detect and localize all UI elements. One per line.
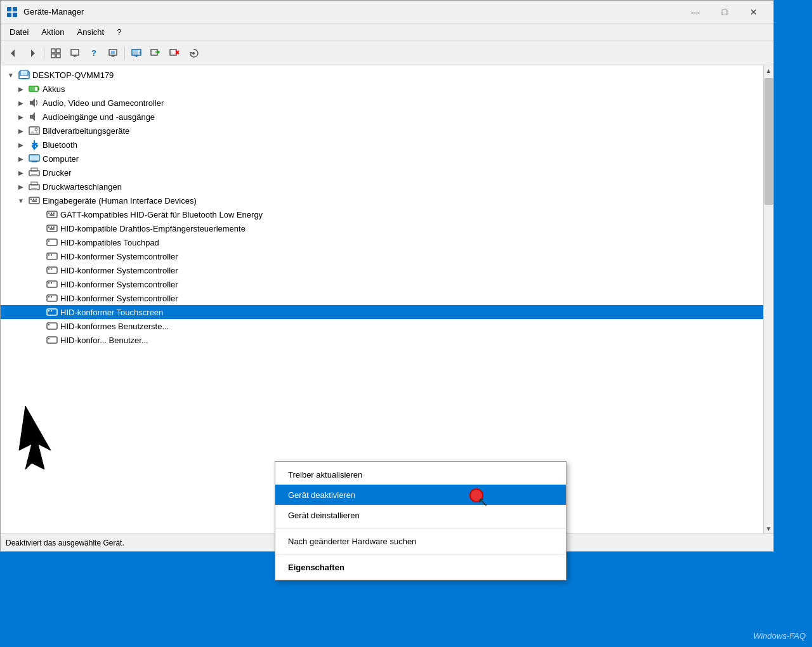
akkus-icon	[28, 82, 41, 95]
minimize-button[interactable]: —	[681, 1, 710, 23]
toolbar-btn-4[interactable]	[66, 45, 84, 62]
context-item-hardware-suchen[interactable]: Nach geänderter Hardware suchen	[275, 531, 566, 551]
menu-ansicht[interactable]: Ansicht	[71, 25, 111, 39]
svg-rect-20	[133, 50, 138, 55]
svg-rect-3	[13, 13, 17, 17]
svg-rect-79	[48, 310, 49, 311]
tree-item-computer[interactable]: ▶ Computer	[1, 152, 763, 166]
bluetooth-label: Bluetooth	[43, 140, 77, 150]
hid-sys1-label: HID-konformer Systemcontroller	[60, 252, 178, 261]
tree-item-hid-benutzer1[interactable]: HID-konformes Benutzerste...	[1, 319, 763, 333]
vertical-scrollbar[interactable]: ▲ ▼	[763, 65, 773, 533]
tree-item-hid-sys4[interactable]: HID-konformer Systemcontroller	[1, 291, 763, 305]
eingabe-expander[interactable]: ▼	[16, 195, 26, 206]
svg-point-28	[192, 52, 195, 55]
context-item-treiber[interactable]: Treiber aktualisieren	[275, 464, 566, 485]
svg-rect-1	[13, 7, 17, 11]
forward-button[interactable]	[23, 45, 41, 62]
toolbar-sep-2	[124, 47, 125, 60]
hid-sys4-label: HID-konformer Systemcontroller	[60, 294, 178, 303]
context-sep-1	[275, 528, 566, 528]
svg-marker-5	[31, 49, 35, 57]
hid-sys4-icon	[46, 292, 58, 304]
titlebar: Geräte-Manager — □ ✕	[1, 1, 773, 23]
svg-rect-45	[31, 174, 37, 176]
context-menu: Treiber aktualisieren Gerät deaktivieren…	[275, 461, 566, 580]
bluetooth-expander[interactable]: ▶	[16, 140, 26, 150]
svg-rect-16	[111, 51, 115, 54]
svg-rect-51	[33, 199, 34, 200]
context-item-deinstallieren[interactable]: Gerät deinstallieren	[275, 505, 566, 525]
toolbar-btn-help[interactable]: ?	[85, 45, 103, 62]
tree-root[interactable]: ▼ DESKTOP-QVMM179	[1, 68, 763, 82]
svg-rect-67	[48, 254, 49, 256]
close-button[interactable]: ✕	[739, 1, 768, 23]
svg-rect-33	[38, 88, 39, 90]
svg-rect-72	[47, 281, 57, 287]
toolbar-btn-add[interactable]	[147, 45, 164, 62]
context-item-eigenschaften[interactable]: Eigenschaften	[275, 557, 566, 577]
tree-item-drucker[interactable]: ▶ Drucker	[1, 166, 763, 180]
svg-rect-65	[48, 240, 49, 242]
tree-item-akkus[interactable]: ▶ Akkus	[1, 82, 763, 96]
drucker-icon	[28, 166, 41, 179]
tree-item-hid-sys3[interactable]: HID-konformer Systemcontroller	[1, 277, 763, 291]
toolbar-btn-3[interactable]	[47, 45, 65, 62]
svg-rect-57	[53, 212, 55, 214]
druckwarte-expander[interactable]: ▶	[16, 181, 26, 192]
audioin-icon	[28, 110, 41, 123]
tree-item-bluetooth[interactable]: ▶ Bluetooth	[1, 138, 763, 152]
tree-item-hid-touchscreen[interactable]: HID-konformer Touchscreen	[1, 305, 763, 319]
akkus-expander[interactable]: ▶	[16, 84, 26, 94]
arrow-annotation	[13, 400, 76, 463]
menu-aktion[interactable]: Aktion	[35, 25, 70, 39]
akkus-label: Akkus	[43, 84, 65, 94]
svg-rect-70	[48, 268, 49, 270]
scroll-up-arrow[interactable]: ▲	[764, 65, 774, 75]
svg-marker-36	[30, 112, 35, 121]
svg-rect-34	[30, 87, 35, 91]
scroll-thumb[interactable]	[764, 78, 773, 205]
menubar: Datei Aktion Ansicht ?	[1, 23, 773, 41]
eingabe-label: Eingabegeräte (Human Interface Devices)	[43, 196, 197, 206]
tree-item-hid-sys2[interactable]: HID-konformer Systemcontroller	[1, 263, 763, 277]
svg-rect-7	[56, 49, 60, 53]
tree-item-druckwarte[interactable]: ▶ Druckwarteschlangen	[1, 180, 763, 193]
druckwarte-label: Druckwarteschlangen	[43, 182, 122, 192]
audioin-expander[interactable]: ▶	[16, 112, 26, 122]
tree-item-eingabe[interactable]: ▼ Eingabegeräte (Human Interface Devices…	[1, 193, 763, 207]
tree-item-hid-sys1[interactable]: HID-konformer Systemcontroller	[1, 249, 763, 263]
root-expander[interactable]: ▼	[6, 70, 16, 80]
bildver-expander[interactable]: ▶	[16, 126, 26, 136]
tree-item-hid-gatt[interactable]: GATT-kompatibles HID-Gerät für Bluetooth…	[1, 207, 763, 221]
status-text: Deaktiviert das ausgewählte Gerät.	[6, 539, 124, 547]
toolbar-btn-remove[interactable]	[166, 45, 183, 62]
audio-expander[interactable]: ▶	[16, 98, 26, 108]
hid-sys3-label: HID-konformer Systemcontroller	[60, 280, 178, 289]
bildver-label: Bildverarbeitungsgeräte	[43, 126, 129, 136]
context-item-deaktivieren[interactable]: Gerät deaktivieren	[275, 485, 566, 505]
tree-item-bildver[interactable]: ▶ Bildverarbeitungsgeräte	[1, 124, 763, 138]
drucker-expander[interactable]: ▶	[16, 167, 26, 178]
tree-item-hid-benutzer2[interactable]: HID-konfor... Benutzer...	[1, 333, 763, 347]
menu-datei[interactable]: Datei	[3, 25, 35, 39]
scroll-down-arrow[interactable]: ▼	[764, 523, 774, 533]
svg-rect-80	[51, 310, 52, 311]
back-button[interactable]	[4, 45, 22, 62]
toolbar-btn-display[interactable]	[128, 45, 145, 62]
tree-item-audioin[interactable]: ▶ Audioeingänge und -ausgänge	[1, 110, 763, 124]
svg-rect-30	[20, 70, 28, 75]
menu-help[interactable]: ?	[110, 25, 128, 39]
tree-item-hid-drahtlos[interactable]: HID-kompatible Drahtlos-Empfängersteuerl…	[1, 221, 763, 235]
tree-item-audio[interactable]: ▶ Audio, Video und Gamecontroller	[1, 96, 763, 110]
hid-gatt-icon	[46, 208, 58, 221]
svg-rect-69	[47, 267, 57, 273]
svg-rect-52	[36, 199, 37, 200]
toolbar-btn-refresh[interactable]	[185, 45, 202, 62]
svg-rect-68	[51, 254, 52, 256]
hid-gatt-label: GATT-kompatibles HID-Gerät für Bluetooth…	[60, 210, 263, 219]
maximize-button[interactable]: □	[710, 1, 739, 23]
toolbar-btn-6[interactable]	[104, 45, 122, 62]
computer-expander[interactable]: ▶	[16, 154, 26, 164]
tree-item-hid-touchpad[interactable]: HID-kompatibles Touchpad	[1, 235, 763, 249]
